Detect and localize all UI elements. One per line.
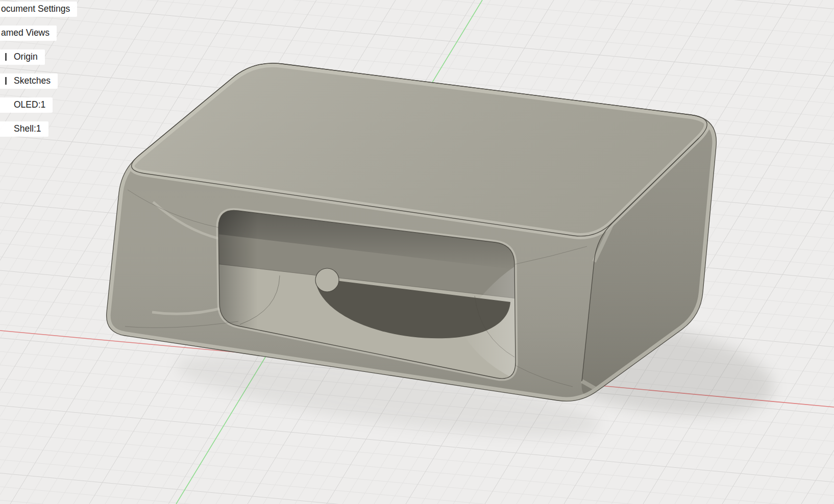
application-window: ocument Settingsamed ViewsOriginSketches… (0, 0, 834, 504)
bar-icon (5, 53, 7, 61)
browser-item-oled-1[interactable]: OLED:1 (0, 97, 53, 113)
browser-item-label: amed Views (1, 27, 50, 39)
browser-panel: ocument Settingsamed ViewsOriginSketches… (0, 2, 77, 145)
indent-spacer (1, 105, 14, 105)
browser-item-label: ocument Settings (1, 3, 70, 15)
floor-tab (315, 268, 339, 292)
browser-item-origin[interactable]: Origin (0, 49, 45, 65)
indent-spacer (1, 129, 14, 129)
browser-item-amed-views[interactable]: amed Views (0, 26, 57, 41)
viewport-canvas[interactable] (0, 0, 834, 504)
browser-item-sketches[interactable]: Sketches (0, 73, 58, 89)
browser-item-label: Shell:1 (14, 123, 41, 135)
bar-icon (5, 77, 7, 85)
browser-item-label: Sketches (14, 75, 51, 87)
browser-item-label: Origin (14, 51, 38, 63)
browser-item-shell-1[interactable]: Shell:1 (0, 121, 48, 137)
browser-item-label: OLED:1 (14, 99, 45, 111)
browser-item-ocument-settings[interactable]: ocument Settings (0, 2, 77, 17)
